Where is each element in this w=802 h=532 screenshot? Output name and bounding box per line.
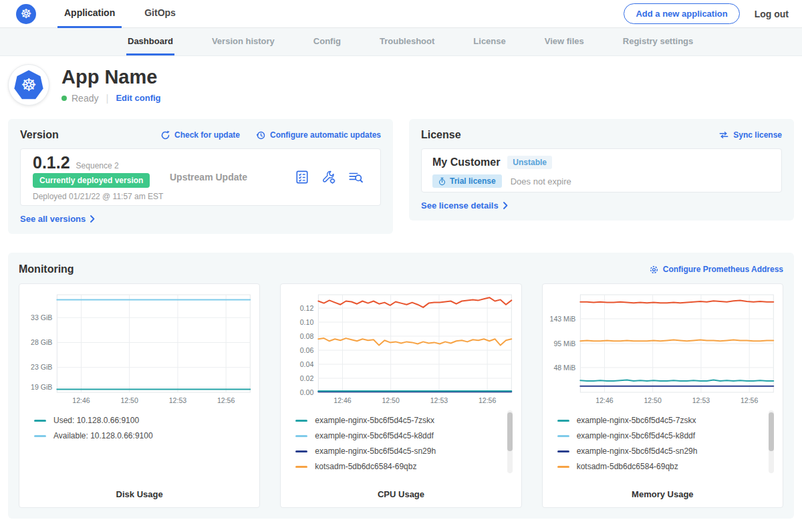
svg-text:0.08: 0.08 [300,332,314,340]
chart-legend: Used: 10.128.0.66:9100Available: 10.128.… [23,408,255,487]
license-expiry-text: Does not expire [511,176,571,186]
view-logs-icon[interactable] [348,170,363,184]
legend-item[interactable]: example-nginx-5bc6f5d4c5-k8ddf [295,431,503,440]
current-version-row: 0.1.2 Sequence 2 Currently deployed vers… [20,148,381,206]
legend-item[interactable]: example-nginx-5bc6f5d4c5-7zskx [557,416,765,425]
license-card: License Sync license My Customer Unstabl… [409,119,794,221]
legend-item[interactable]: kotsadm-5db6dc6584-69qbz [557,462,765,471]
see-all-versions-label: See all versions [20,214,86,224]
legend-swatch [295,466,307,468]
release-notes-icon[interactable] [295,170,309,184]
tab-troubleshoot[interactable]: Troubleshoot [378,28,436,55]
legend-item[interactable]: example-nginx-5bc6f5d4c5-sn29h [295,446,503,456]
legend-label: example-nginx-5bc6f5d4c5-7zskx [315,416,434,425]
disk-usage-chart: 33 GiB28 GiB23 GiB19 GiB12:4612:5012:531… [23,289,255,408]
tab-registry-settings[interactable]: Registry settings [622,28,694,55]
version-card-title: Version [20,129,59,141]
see-license-details-link[interactable]: See license details [421,201,508,211]
charts-row: 33 GiB28 GiB23 GiB19 GiB12:4612:5012:531… [19,283,783,508]
legend-label: kotsadm-5db6dc6584-69qbz [577,462,678,471]
legend-swatch [295,450,307,452]
svg-text:0.02: 0.02 [300,374,314,382]
legend-scrollbar-thumb[interactable] [507,412,513,451]
svg-text:12:56: 12:56 [479,396,497,404]
trial-license-label: Trial license [450,176,496,186]
logout-button[interactable]: Log out [755,9,789,19]
app-logo-kubernetes-icon: ☸ [13,70,44,100]
tab-version-history[interactable]: Version history [211,28,276,55]
see-all-versions-link[interactable]: See all versions [20,214,95,224]
tab-config[interactable]: Config [312,28,342,55]
monitoring-panel: Monitoring Configure Prometheus Address … [8,253,794,519]
svg-text:0.12: 0.12 [300,304,314,312]
svg-text:143 MiB: 143 MiB [549,315,575,323]
license-summary-row: My Customer Unstable Trial license Does … [421,148,782,192]
channel-badge: Unstable [507,156,552,169]
config-wrench-icon[interactable] [321,170,336,184]
stopwatch-icon [438,177,446,186]
deployed-timestamp: Deployed 01/21/22 @ 11:57 am EST [33,192,170,201]
kubernetes-wheel-glyph: ☸ [21,75,36,96]
legend-item[interactable]: example-nginx-5bc6f5d4c5-k8ddf [557,431,765,440]
tab-license[interactable]: License [472,28,507,55]
svg-text:12:50: 12:50 [120,396,138,404]
version-sequence: Sequence 2 [76,161,119,170]
legend-scrollbar[interactable] [769,410,774,473]
legend-scrollbar[interactable] [507,410,513,473]
legend-label: example-nginx-5bc6f5d4c5-k8ddf [315,431,433,440]
check-for-update-link[interactable]: Check for update [160,130,240,140]
status-divider: | [106,92,108,104]
svg-text:0.04: 0.04 [300,360,314,368]
svg-text:12:46: 12:46 [72,396,90,404]
memory-usage-chart-card: 143 MiB95 MiB48 MiB12:4612:5012:5312:56 … [542,283,783,508]
svg-text:0.00: 0.00 [300,388,314,396]
monitoring-title: Monitoring [19,263,74,275]
legend-item[interactable]: kotsadm-5db6dc6584-69qbz [295,462,503,471]
legend-swatch [557,450,569,452]
trial-license-badge: Trial license [432,174,502,188]
app-sub-nav: Dashboard Version history Config Trouble… [0,28,802,56]
tab-dashboard[interactable]: Dashboard [126,28,174,55]
edit-config-link[interactable]: Edit config [116,93,160,103]
tab-dashboard-label: Dashboard [128,36,173,46]
license-card-title: License [421,129,461,141]
legend-swatch [557,466,569,468]
version-source-label: Upstream Update [170,172,247,182]
legend-label: Used: 10.128.0.66:9100 [53,416,139,425]
auto-update-clock-icon [256,130,266,140]
page-title: App Name [61,66,161,88]
legend-item[interactable]: example-nginx-5bc6f5d4c5-sn29h [557,446,765,456]
legend-item[interactable]: Used: 10.128.0.66:9100 [34,416,242,425]
legend-swatch [34,420,46,422]
svg-text:0.10: 0.10 [300,318,314,326]
svg-text:12:46: 12:46 [595,396,614,404]
tab-troubleshoot-label: Troubleshoot [380,36,434,46]
kubernetes-logo-icon: ☸ [16,4,36,24]
tab-application[interactable]: Application [57,0,122,28]
top-nav: ☸ Application GitOps Add a new applicati… [0,0,802,28]
svg-text:48 MiB: 48 MiB [553,364,575,372]
legend-scrollbar-thumb[interactable] [769,412,774,451]
svg-text:12:56: 12:56 [741,396,759,404]
tab-gitops-label: GitOps [144,7,176,18]
svg-text:12:46: 12:46 [334,396,352,404]
tab-view-files[interactable]: View files [543,28,585,55]
svg-text:12:50: 12:50 [382,396,400,404]
legend-swatch [295,420,307,422]
svg-text:19 GiB: 19 GiB [31,383,52,391]
check-for-update-label: Check for update [174,130,240,140]
configure-prometheus-link[interactable]: Configure Prometheus Address [649,265,783,275]
chevron-right-icon [503,202,508,209]
see-license-details-label: See license details [421,201,499,211]
add-application-button[interactable]: Add a new application [624,3,739,24]
ready-status-dot [61,96,67,101]
legend-label: Available: 10.128.0.66:9100 [53,431,153,440]
legend-item[interactable]: Available: 10.128.0.66:9100 [34,431,242,440]
gear-icon [649,265,659,275]
app-header: ☸ App Name Ready | Edit config [0,56,802,114]
legend-item[interactable]: example-nginx-5bc6f5d4c5-7zskx [295,416,503,425]
configure-automatic-updates-link[interactable]: Configure automatic updates [256,130,381,140]
tab-gitops[interactable]: GitOps [138,0,182,28]
sync-license-link[interactable]: Sync license [718,130,782,140]
svg-text:28 GiB: 28 GiB [31,338,52,346]
